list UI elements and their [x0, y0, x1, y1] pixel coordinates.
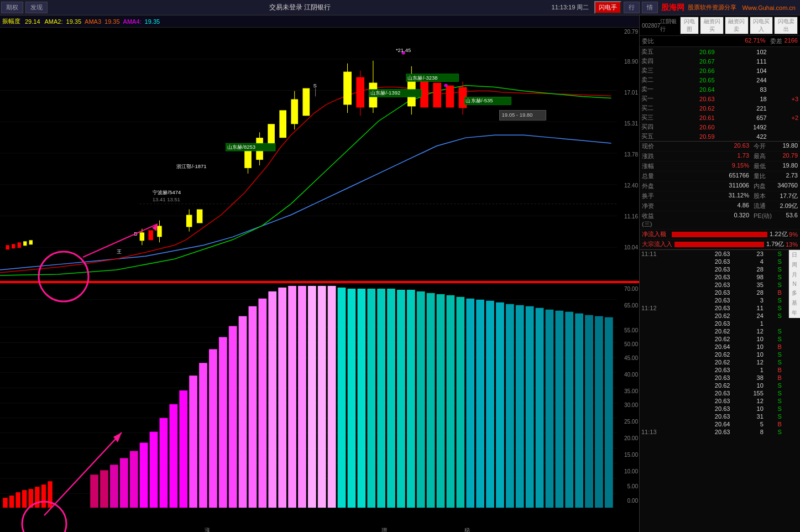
trade-row: 20.64 5 B — [640, 420, 800, 428]
trade-row: 20.63 35 S 9 — [640, 281, 800, 289]
trade-time — [640, 289, 686, 296]
vol-y-3: 55.00 — [624, 327, 638, 333]
vol-y-6: 40.00 — [624, 372, 638, 378]
svg-rect-103 — [219, 337, 227, 508]
ob-weizhi-val: 62.71% — [745, 37, 765, 45]
trade-time — [640, 281, 686, 289]
zhangjie-val: 1.73 — [664, 152, 749, 160]
buy5-label: 买五 — [640, 132, 659, 141]
trade-extra — [783, 374, 800, 382]
svg-rect-138 — [565, 312, 573, 508]
trade-price: 20.62 — [686, 335, 731, 343]
trade-type: S — [765, 382, 783, 389]
buy3-label: 买三 — [640, 113, 659, 122]
tab-duo[interactable]: 多 — [789, 288, 800, 298]
svg-rect-102 — [209, 349, 217, 508]
buy1-vol: 18 — [717, 94, 768, 103]
svg-text:S: S — [313, 83, 316, 88]
btn-shan-dian-mai2[interactable]: 闪电卖出 — [774, 17, 798, 34]
trade-vol: 1 — [731, 366, 765, 374]
zuigao-label: 最高 — [754, 152, 770, 160]
sell-row-1: 卖一 20.64 83 — [640, 85, 800, 94]
tab-zhou[interactable]: 周 — [789, 260, 800, 270]
trade-row: 20.63 98 S 6 — [640, 273, 800, 281]
tab-nian[interactable]: 年 — [789, 308, 800, 318]
btn-rong-zi-mai2[interactable]: 融资闪卖 — [725, 17, 749, 34]
btn-qing[interactable]: 情 — [642, 2, 658, 13]
trade-price: 20.63 — [686, 250, 731, 258]
trade-vol: 23 — [731, 250, 765, 258]
svg-rect-86 — [29, 489, 33, 508]
xianjia-val: 20.63 — [664, 142, 749, 150]
huanshou-label: 换手 — [642, 192, 664, 200]
trade-type: S — [765, 397, 783, 405]
btn-shan-dian-mai[interactable]: 闪电买入 — [750, 17, 773, 34]
tab-ji[interactable]: 基 — [789, 298, 800, 308]
trade-price: 20.63 — [686, 304, 731, 312]
btn-qiquan[interactable]: 期权 — [1, 2, 23, 13]
trade-time — [640, 405, 686, 413]
ob-weicha-label: 委差 — [770, 37, 782, 45]
zhangfu-label: 涨幅 — [642, 162, 664, 170]
trade-row: 20.62 12 S — [640, 327, 800, 335]
svg-rect-132 — [506, 304, 514, 508]
trade-extra — [783, 405, 800, 413]
svg-rect-129 — [476, 300, 484, 508]
svg-rect-109 — [278, 288, 286, 508]
volume-chart[interactable]: 70.00 65.00 55.00 50.00 45.00 40.00 35.0… — [0, 282, 639, 508]
trade-extra — [783, 382, 800, 389]
ob-weicha-val: 2166 — [785, 37, 798, 45]
svg-rect-98 — [169, 404, 177, 508]
trade-time — [640, 320, 686, 327]
trade-extra — [783, 327, 800, 335]
guben-val: 17.7亿 — [770, 192, 798, 200]
btn-faxian[interactable]: 发现 — [25, 2, 48, 13]
zuidi-label: 最低 — [754, 162, 770, 170]
flash-btn[interactable]: 闪电手 — [594, 1, 621, 14]
vol-y-13: 5.00 — [628, 483, 638, 489]
tab-ri[interactable]: 日 — [789, 250, 800, 260]
amp-label: 振幅度 — [2, 17, 20, 25]
buy-row-3: 买三 20.61 657 +2 — [640, 113, 800, 122]
trade-row: 20.63 155 S — [640, 389, 800, 397]
btn-shan-dian[interactable]: 闪电图 — [680, 17, 699, 34]
tab-yue[interactable]: 月 — [789, 270, 800, 280]
neipan-label: 内盘 — [754, 182, 770, 190]
svg-rect-127 — [456, 297, 464, 508]
ama3-label: AMA3 — [85, 18, 101, 25]
svg-rect-126 — [447, 295, 455, 508]
buy-row-1: 买一 20.63 18 +3 — [640, 94, 800, 103]
stock-code: 002807 — [642, 23, 660, 29]
trade-time: 11:13 — [640, 428, 686, 436]
trade-vol: 31 — [731, 413, 765, 420]
trade-vol: 28 — [731, 289, 765, 296]
sell4-price: 20.67 — [659, 56, 717, 66]
buy1-price: 20.63 — [659, 94, 717, 103]
trade-vol: 10 — [731, 335, 765, 343]
liangbi-label: 量比 — [754, 172, 770, 180]
svg-rect-121 — [397, 290, 405, 508]
trade-vol: 35 — [731, 281, 765, 289]
trade-extra — [783, 343, 800, 351]
btn-rong-zi-mai[interactable]: 融资闪买 — [700, 17, 724, 34]
trade-type: S — [765, 296, 783, 304]
trade-type: S — [765, 273, 783, 281]
stat-row-huanshou: 换手 31.12% 股本 17.7亿 — [640, 191, 800, 201]
arrow-annotation — [30, 221, 185, 289]
sell-order-table: 卖五 20.69 102 卖四 20.67 111 卖三 20.66 104 卖… — [640, 47, 800, 141]
tab-n[interactable]: N — [789, 280, 800, 288]
price-chart[interactable]: 20.79 18.90 17.01 15.31 13.78 12.40 11.1… — [0, 28, 639, 282]
trade-price: 20.64 — [686, 343, 731, 351]
zhangjie-label: 涨跌 — [642, 152, 664, 160]
sell-row-4: 卖四 20.67 111 — [640, 56, 800, 66]
btn-hang[interactable]: 行 — [624, 2, 640, 13]
trade-row: 20.63 12 S — [640, 397, 800, 405]
stock-name-header: 江阴银行 — [660, 18, 680, 33]
trade-extra — [783, 420, 800, 428]
jingzi-val: 4.86 — [664, 202, 749, 210]
trade-vol: 12 — [731, 397, 765, 405]
vol-y-5: 45.00 — [624, 355, 638, 361]
svg-rect-20 — [197, 210, 203, 223]
trade-price: 20.63 — [686, 265, 731, 273]
svg-rect-39 — [433, 83, 441, 108]
